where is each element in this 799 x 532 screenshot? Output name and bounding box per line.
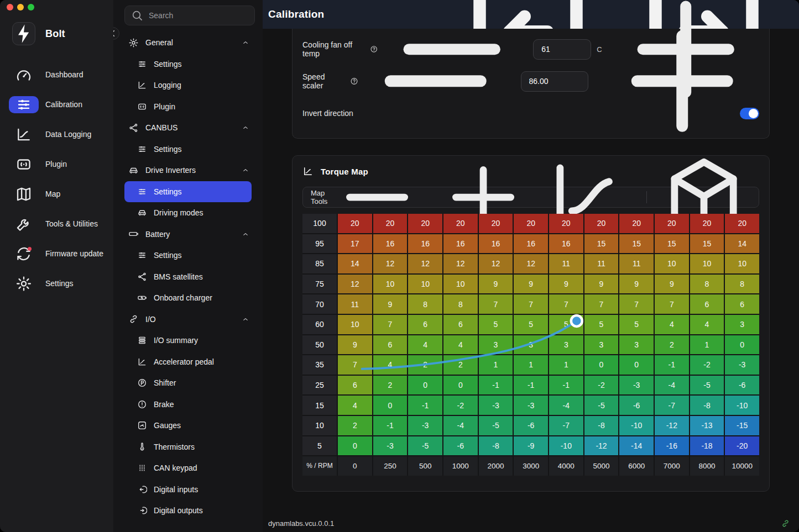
torque-cell[interactable]: -1 [655, 355, 689, 375]
torque-cell[interactable]: 0 [584, 355, 619, 375]
torque-cell[interactable]: 7 [373, 315, 408, 334]
torque-cell[interactable]: -15 [725, 416, 759, 435]
torque-cell[interactable]: 5 [584, 315, 619, 334]
torque-cell[interactable]: 2 [655, 335, 689, 355]
minimize-window-button[interactable] [17, 4, 24, 10]
torque-cell[interactable]: -7 [655, 396, 689, 415]
sidebar-item-firmware-update[interactable]: Firmware update [0, 239, 113, 268]
torque-cell[interactable]: 16 [479, 234, 513, 254]
speed-scaler-input[interactable] [521, 71, 588, 92]
torque-cell[interactable]: 3 [514, 335, 548, 355]
torque-cell[interactable]: 7 [584, 294, 619, 314]
torque-cell[interactable]: 6 [443, 315, 478, 334]
torque-cell[interactable]: -3 [408, 416, 442, 435]
tree-item-canbus-settings[interactable]: Settings [124, 139, 252, 160]
torque-cell[interactable]: 20 [514, 214, 548, 233]
torque-cell[interactable]: -13 [690, 416, 724, 435]
torque-cell[interactable]: 4 [373, 355, 408, 375]
torque-cell[interactable]: 12 [443, 254, 478, 273]
torque-cell[interactable]: 12 [514, 254, 548, 273]
torque-cell[interactable]: 20 [338, 214, 372, 233]
torque-cell[interactable]: 11 [584, 254, 619, 273]
torque-cell[interactable]: -20 [725, 436, 759, 456]
torque-cell[interactable]: 12 [338, 275, 372, 294]
tree-item-i-o-brake[interactable]: Brake [124, 394, 252, 415]
torque-cell[interactable]: 3 [549, 335, 583, 355]
tree-item-i-o-accelerator-pedal[interactable]: Accelerator pedal [124, 351, 252, 373]
torque-cell[interactable]: -6 [619, 396, 654, 415]
tree-group-battery[interactable]: Battery [124, 224, 252, 245]
torque-cell[interactable]: 4 [443, 335, 478, 355]
torque-cell[interactable]: 5 [549, 315, 583, 334]
torque-cell[interactable]: 14 [338, 254, 372, 273]
torque-cell[interactable]: -16 [655, 436, 689, 456]
tree-item-battery-settings[interactable]: Settings [124, 245, 252, 266]
chevron-up-icon[interactable] [242, 166, 249, 174]
torque-cell[interactable]: -8 [584, 416, 619, 435]
torque-cell[interactable]: -1 [514, 376, 548, 395]
torque-cell[interactable]: -2 [443, 396, 478, 415]
torque-cell[interactable]: 5 [514, 315, 548, 334]
tree-item-drive-inverters-settings[interactable]: Settings [124, 181, 252, 203]
torque-cell[interactable]: 20 [443, 214, 478, 233]
torque-cell[interactable]: 8 [690, 275, 724, 294]
sidebar-item-data-logging[interactable]: Data Logging [0, 119, 113, 149]
sidebar-item-map[interactable]: Map [0, 179, 113, 209]
torque-cell[interactable]: 20 [619, 214, 654, 233]
torque-cell[interactable]: -5 [584, 396, 619, 415]
torque-cell[interactable]: 1 [479, 355, 513, 375]
torque-cell[interactable]: 15 [584, 234, 619, 254]
torque-cell[interactable]: 20 [373, 214, 408, 233]
tree-item-drive-inverters-driving-modes[interactable]: Driving modes [124, 202, 252, 224]
torque-cell[interactable]: 4 [338, 396, 372, 415]
decrement-button[interactable] [358, 4, 513, 159]
torque-cell[interactable]: 20 [655, 214, 689, 233]
tree-item-battery-onboard-charger[interactable]: Onboard charger [124, 287, 252, 309]
torque-cell[interactable]: 6 [338, 376, 372, 395]
torque-cell[interactable]: 14 [725, 234, 759, 254]
torque-cell[interactable]: 8 [443, 294, 478, 314]
tree-item-i-o-digital-inputs[interactable]: Digital inputs [124, 479, 252, 501]
torque-cell[interactable]: 1 [549, 355, 583, 375]
torque-cell[interactable]: -1 [373, 416, 408, 435]
torque-cell[interactable]: -5 [690, 376, 724, 395]
torque-cell[interactable]: 6 [408, 315, 442, 334]
torque-cell[interactable]: -6 [443, 436, 478, 456]
torque-cell[interactable]: 11 [619, 254, 654, 273]
torque-cell[interactable]: 9 [373, 294, 408, 314]
tree-item-general-logging[interactable]: Logging [124, 75, 252, 96]
torque-cell[interactable]: 7 [619, 294, 654, 314]
torque-cell[interactable]: 2 [443, 355, 478, 375]
torque-cell[interactable]: 0 [373, 396, 408, 415]
torque-cell[interactable]: 2 [338, 416, 372, 435]
torque-cell[interactable]: 9 [338, 335, 372, 355]
torque-cell[interactable]: -1 [549, 376, 583, 395]
torque-cell[interactable]: 20 [584, 214, 619, 233]
torque-cell[interactable]: 9 [655, 275, 689, 294]
torque-cell[interactable]: 9 [549, 275, 583, 294]
torque-cell[interactable]: 10 [655, 254, 689, 273]
torque-cell[interactable]: 16 [373, 234, 408, 254]
tree-item-i-o-thermistors[interactable]: Thermistors [124, 436, 252, 458]
torque-cell[interactable]: 6 [725, 294, 759, 314]
tree-group-i-o[interactable]: I/O [124, 309, 252, 330]
sidebar-item-tools-utilities[interactable]: Tools & Utilities [0, 209, 113, 239]
torque-cell[interactable]: 10 [725, 254, 759, 273]
help-icon[interactable] [350, 77, 358, 86]
torque-cell[interactable]: 0 [725, 335, 759, 355]
chevron-up-icon[interactable] [242, 124, 249, 131]
torque-cell[interactable]: -10 [619, 416, 654, 435]
torque-cell[interactable]: 2 [373, 376, 408, 395]
torque-cell[interactable]: -9 [514, 436, 548, 456]
torque-cell[interactable]: 20 [479, 214, 513, 233]
zoom-window-button[interactable] [28, 4, 34, 10]
torque-cell[interactable]: 10 [373, 275, 408, 294]
torque-cell[interactable]: 16 [514, 234, 548, 254]
torque-cell[interactable]: -2 [584, 376, 619, 395]
chevron-up-icon[interactable] [242, 39, 249, 46]
torque-cell[interactable]: 0 [443, 376, 478, 395]
torque-cell[interactable]: 8 [408, 294, 442, 314]
torque-cell[interactable]: 20 [690, 214, 724, 233]
torque-cell[interactable]: 20 [549, 214, 583, 233]
torque-cell[interactable]: 7 [549, 294, 583, 314]
